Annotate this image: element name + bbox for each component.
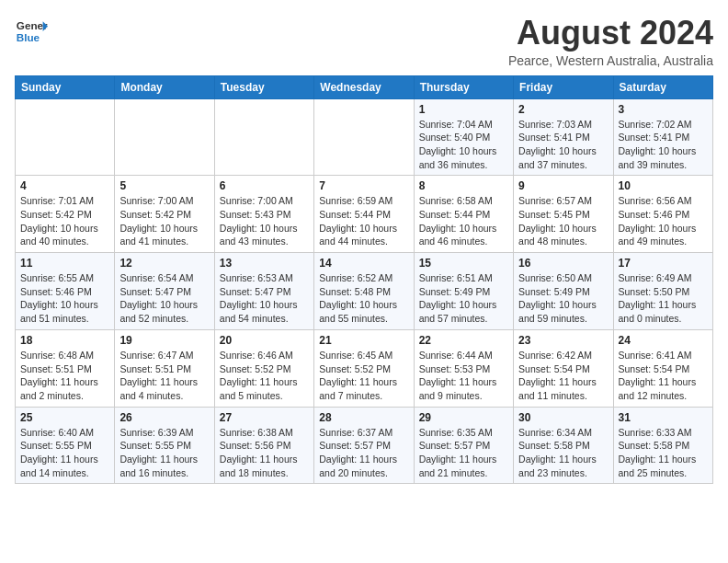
day-info: Sunrise: 6:50 AMSunset: 5:49 PMDaylight:… bbox=[518, 271, 608, 326]
column-header-thursday: Thursday bbox=[414, 75, 513, 98]
calendar-cell: 17Sunrise: 6:49 AMSunset: 5:50 PMDayligh… bbox=[613, 253, 712, 330]
day-number: 5 bbox=[119, 179, 209, 192]
logo: General Blue bbox=[15, 15, 48, 48]
calendar-table: SundayMondayTuesdayWednesdayThursdayFrid… bbox=[15, 75, 713, 485]
day-number: 7 bbox=[319, 179, 408, 192]
title-section: August 2024 Pearce, Western Australia, A… bbox=[508, 15, 713, 68]
day-info: Sunrise: 6:44 AMSunset: 5:53 PMDaylight:… bbox=[419, 349, 508, 403]
calendar-cell: 9Sunrise: 6:57 AMSunset: 5:45 PMDaylight… bbox=[514, 176, 613, 253]
calendar-cell: 12Sunrise: 6:54 AMSunset: 5:47 PMDayligh… bbox=[115, 253, 214, 330]
day-info: Sunrise: 6:38 AMSunset: 5:56 PMDaylight:… bbox=[220, 426, 309, 480]
calendar-cell: 26Sunrise: 6:39 AMSunset: 5:55 PMDayligh… bbox=[115, 407, 214, 484]
day-info: Sunrise: 6:42 AMSunset: 5:54 PMDaylight:… bbox=[518, 349, 608, 403]
calendar-week-2: 4Sunrise: 7:01 AMSunset: 5:42 PMDaylight… bbox=[16, 176, 713, 253]
day-info: Sunrise: 6:47 AMSunset: 5:51 PMDaylight:… bbox=[119, 349, 209, 403]
column-header-tuesday: Tuesday bbox=[214, 75, 313, 98]
day-info: Sunrise: 7:00 AMSunset: 5:43 PMDaylight:… bbox=[220, 194, 309, 248]
day-info: Sunrise: 6:52 AMSunset: 5:48 PMDaylight:… bbox=[319, 271, 408, 326]
calendar-cell bbox=[314, 98, 414, 176]
calendar-cell: 15Sunrise: 6:51 AMSunset: 5:49 PMDayligh… bbox=[414, 253, 513, 330]
day-number: 24 bbox=[619, 334, 708, 347]
day-info: Sunrise: 6:35 AMSunset: 5:57 PMDaylight:… bbox=[419, 426, 508, 480]
calendar-week-1: 1Sunrise: 7:04 AMSunset: 5:40 PMDaylight… bbox=[16, 98, 713, 176]
calendar-cell: 13Sunrise: 6:53 AMSunset: 5:47 PMDayligh… bbox=[214, 253, 313, 330]
day-number: 28 bbox=[319, 411, 408, 424]
day-number: 31 bbox=[619, 411, 708, 424]
column-header-friday: Friday bbox=[514, 75, 613, 98]
page-header: General Blue August 2024 Pearce, Western… bbox=[15, 15, 713, 68]
day-info: Sunrise: 6:56 AMSunset: 5:46 PMDaylight:… bbox=[619, 194, 708, 248]
day-number: 19 bbox=[119, 334, 209, 347]
day-number: 29 bbox=[419, 411, 508, 424]
calendar-cell bbox=[214, 98, 313, 176]
calendar-cell: 31Sunrise: 6:33 AMSunset: 5:58 PMDayligh… bbox=[613, 407, 712, 484]
month-year-title: August 2024 bbox=[508, 15, 713, 52]
day-info: Sunrise: 6:40 AMSunset: 5:55 PMDaylight:… bbox=[20, 426, 109, 480]
day-number: 17 bbox=[619, 257, 708, 270]
column-header-monday: Monday bbox=[115, 75, 214, 98]
calendar-cell: 20Sunrise: 6:46 AMSunset: 5:52 PMDayligh… bbox=[214, 329, 313, 407]
calendar-cell: 6Sunrise: 7:00 AMSunset: 5:43 PMDaylight… bbox=[214, 176, 313, 253]
calendar-header-row: SundayMondayTuesdayWednesdayThursdayFrid… bbox=[16, 75, 713, 98]
day-number: 11 bbox=[20, 257, 109, 270]
day-number: 26 bbox=[119, 411, 209, 424]
day-number: 10 bbox=[619, 179, 708, 192]
day-info: Sunrise: 6:55 AMSunset: 5:46 PMDaylight:… bbox=[20, 271, 109, 326]
day-number: 16 bbox=[518, 257, 608, 270]
day-number: 23 bbox=[518, 334, 608, 347]
calendar-cell: 28Sunrise: 6:37 AMSunset: 5:57 PMDayligh… bbox=[314, 407, 414, 484]
day-info: Sunrise: 6:41 AMSunset: 5:54 PMDaylight:… bbox=[619, 349, 708, 403]
day-number: 6 bbox=[220, 179, 309, 192]
calendar-cell: 21Sunrise: 6:45 AMSunset: 5:52 PMDayligh… bbox=[314, 329, 414, 407]
calendar-cell: 2Sunrise: 7:03 AMSunset: 5:41 PMDaylight… bbox=[514, 98, 613, 176]
calendar-week-5: 25Sunrise: 6:40 AMSunset: 5:55 PMDayligh… bbox=[16, 407, 713, 484]
day-info: Sunrise: 6:37 AMSunset: 5:57 PMDaylight:… bbox=[319, 426, 408, 480]
column-header-wednesday: Wednesday bbox=[314, 75, 414, 98]
day-number: 3 bbox=[619, 103, 708, 116]
day-number: 2 bbox=[518, 103, 608, 116]
day-info: Sunrise: 6:46 AMSunset: 5:52 PMDaylight:… bbox=[220, 349, 309, 403]
calendar-cell: 24Sunrise: 6:41 AMSunset: 5:54 PMDayligh… bbox=[613, 329, 712, 407]
calendar-cell: 11Sunrise: 6:55 AMSunset: 5:46 PMDayligh… bbox=[16, 253, 115, 330]
day-info: Sunrise: 6:53 AMSunset: 5:47 PMDaylight:… bbox=[220, 271, 309, 326]
svg-text:Blue: Blue bbox=[17, 31, 40, 43]
calendar-cell: 23Sunrise: 6:42 AMSunset: 5:54 PMDayligh… bbox=[514, 329, 613, 407]
day-number: 14 bbox=[319, 257, 408, 270]
day-info: Sunrise: 6:39 AMSunset: 5:55 PMDaylight:… bbox=[119, 426, 209, 480]
day-info: Sunrise: 7:02 AMSunset: 5:41 PMDaylight:… bbox=[619, 118, 708, 172]
day-number: 8 bbox=[419, 179, 508, 192]
day-info: Sunrise: 6:49 AMSunset: 5:50 PMDaylight:… bbox=[619, 271, 708, 326]
calendar-cell: 10Sunrise: 6:56 AMSunset: 5:46 PMDayligh… bbox=[613, 176, 712, 253]
calendar-week-3: 11Sunrise: 6:55 AMSunset: 5:46 PMDayligh… bbox=[16, 253, 713, 330]
day-number: 30 bbox=[518, 411, 608, 424]
calendar-cell: 8Sunrise: 6:58 AMSunset: 5:44 PMDaylight… bbox=[414, 176, 513, 253]
day-number: 18 bbox=[20, 334, 109, 347]
calendar-cell: 22Sunrise: 6:44 AMSunset: 5:53 PMDayligh… bbox=[414, 329, 513, 407]
day-info: Sunrise: 6:45 AMSunset: 5:52 PMDaylight:… bbox=[319, 349, 408, 403]
day-number: 13 bbox=[220, 257, 309, 270]
column-header-sunday: Sunday bbox=[16, 75, 115, 98]
calendar-cell: 27Sunrise: 6:38 AMSunset: 5:56 PMDayligh… bbox=[214, 407, 313, 484]
day-info: Sunrise: 7:00 AMSunset: 5:42 PMDaylight:… bbox=[119, 194, 209, 248]
calendar-cell: 29Sunrise: 6:35 AMSunset: 5:57 PMDayligh… bbox=[414, 407, 513, 484]
calendar-cell: 16Sunrise: 6:50 AMSunset: 5:49 PMDayligh… bbox=[514, 253, 613, 330]
day-number: 4 bbox=[20, 179, 109, 192]
day-number: 15 bbox=[419, 257, 508, 270]
day-info: Sunrise: 6:34 AMSunset: 5:58 PMDaylight:… bbox=[518, 426, 608, 480]
calendar-cell: 30Sunrise: 6:34 AMSunset: 5:58 PMDayligh… bbox=[514, 407, 613, 484]
day-info: Sunrise: 6:33 AMSunset: 5:58 PMDaylight:… bbox=[619, 426, 708, 480]
calendar-cell: 7Sunrise: 6:59 AMSunset: 5:44 PMDaylight… bbox=[314, 176, 414, 253]
column-header-saturday: Saturday bbox=[613, 75, 712, 98]
calendar-cell: 25Sunrise: 6:40 AMSunset: 5:55 PMDayligh… bbox=[16, 407, 115, 484]
logo-icon: General Blue bbox=[15, 15, 48, 48]
calendar-cell bbox=[115, 98, 214, 176]
calendar-cell: 5Sunrise: 7:00 AMSunset: 5:42 PMDaylight… bbox=[115, 176, 214, 253]
day-info: Sunrise: 6:51 AMSunset: 5:49 PMDaylight:… bbox=[419, 271, 508, 326]
calendar-week-4: 18Sunrise: 6:48 AMSunset: 5:51 PMDayligh… bbox=[16, 329, 713, 407]
day-number: 27 bbox=[220, 411, 309, 424]
day-number: 12 bbox=[119, 257, 209, 270]
day-info: Sunrise: 7:01 AMSunset: 5:42 PMDaylight:… bbox=[20, 194, 109, 248]
day-info: Sunrise: 6:57 AMSunset: 5:45 PMDaylight:… bbox=[518, 194, 608, 248]
day-info: Sunrise: 6:48 AMSunset: 5:51 PMDaylight:… bbox=[20, 349, 109, 403]
calendar-cell: 14Sunrise: 6:52 AMSunset: 5:48 PMDayligh… bbox=[314, 253, 414, 330]
